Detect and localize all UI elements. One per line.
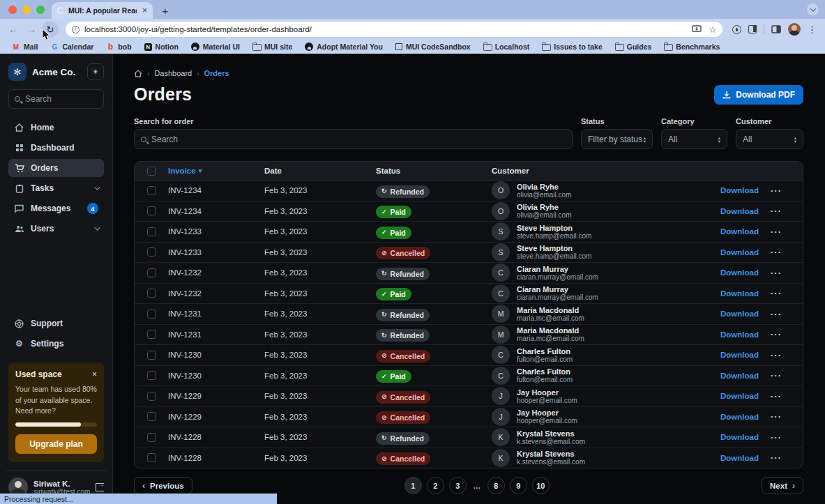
- bookmark-item[interactable]: Issues to take: [537, 41, 607, 52]
- row-menu-button[interactable]: ···: [771, 206, 803, 216]
- row-menu-button[interactable]: ···: [771, 370, 803, 381]
- row-menu-button[interactable]: ···: [771, 185, 803, 196]
- table-row[interactable]: INV-1228 Feb 3, 2023 Cancelled K Krystal…: [135, 448, 803, 468]
- column-invoice[interactable]: Invoice▾: [168, 167, 264, 175]
- page-number-button[interactable]: 10: [532, 477, 550, 494]
- page-number-button[interactable]: 1: [404, 477, 422, 494]
- row-checkbox[interactable]: [147, 330, 156, 339]
- table-row[interactable]: INV-1231 Feb 3, 2023 Refunded M Maria Ma…: [135, 325, 803, 346]
- download-link[interactable]: Download: [720, 227, 771, 236]
- table-row[interactable]: INV-1230 Feb 3, 2023 Cancelled C Charles…: [135, 345, 803, 366]
- download-link[interactable]: Download: [720, 392, 771, 400]
- row-checkbox[interactable]: [147, 412, 156, 421]
- download-pdf-button[interactable]: Download PDF: [714, 85, 803, 105]
- row-checkbox[interactable]: [147, 310, 156, 319]
- sidebar-item-home[interactable]: Home: [8, 119, 104, 137]
- breadcrumb-dashboard[interactable]: Dashboard: [154, 69, 192, 77]
- bookmark-item[interactable]: Localhost: [478, 41, 535, 52]
- row-menu-button[interactable]: ···: [771, 411, 803, 422]
- bookmark-item[interactable]: MUI site: [248, 41, 297, 52]
- sidebar-search-input[interactable]: [25, 94, 98, 104]
- page-number-button[interactable]: 9: [510, 477, 527, 494]
- download-link[interactable]: Download: [720, 207, 771, 215]
- order-search-input[interactable]: [151, 135, 566, 144]
- new-tab-button[interactable]: +: [157, 2, 174, 19]
- select-all-checkbox[interactable]: [147, 167, 156, 176]
- sidebar-item-tasks[interactable]: Tasks: [8, 179, 104, 197]
- row-checkbox[interactable]: [147, 186, 156, 195]
- row-menu-button[interactable]: ···: [771, 452, 803, 463]
- table-row[interactable]: INV-1229 Feb 3, 2023 Cancelled J Jay Hoo…: [135, 386, 803, 407]
- logout-icon[interactable]: [96, 483, 104, 491]
- table-row[interactable]: INV-1229 Feb 3, 2023 Cancelled J Jay Hoo…: [135, 407, 803, 428]
- tab-close-icon[interactable]: ×: [141, 6, 149, 15]
- customer-filter-select[interactable]: All ▴▾: [736, 129, 803, 149]
- page-number-button[interactable]: 8: [487, 477, 505, 494]
- download-link[interactable]: Download: [720, 351, 771, 359]
- url-text[interactable]: localhost:3000/joy-ui/getting-started/te…: [84, 25, 687, 33]
- row-menu-button[interactable]: ···: [771, 247, 803, 257]
- download-link[interactable]: Download: [720, 310, 771, 318]
- row-checkbox[interactable]: [147, 227, 156, 236]
- download-link[interactable]: Download: [720, 372, 771, 380]
- row-menu-button[interactable]: ···: [771, 288, 803, 298]
- row-menu-button[interactable]: ···: [771, 227, 803, 237]
- download-link[interactable]: Download: [720, 433, 771, 441]
- site-info-icon[interactable]: [72, 26, 80, 33]
- sidebar-item-dashboard[interactable]: Dashboard: [8, 139, 104, 157]
- row-menu-button[interactable]: ···: [771, 309, 803, 319]
- previous-page-button[interactable]: ‹ Previous: [134, 477, 192, 494]
- table-row[interactable]: INV-1232 Feb 3, 2023 Refunded C Ciaran M…: [135, 263, 803, 284]
- minimize-window-button[interactable]: [22, 6, 31, 14]
- page-number-button[interactable]: …: [471, 477, 483, 494]
- order-search-field[interactable]: [134, 129, 573, 149]
- sidebar-item-support[interactable]: Support: [8, 314, 104, 333]
- close-icon[interactable]: ×: [92, 369, 97, 379]
- row-checkbox[interactable]: [147, 268, 156, 277]
- download-link[interactable]: Download: [720, 248, 771, 257]
- home-icon[interactable]: [134, 70, 142, 77]
- browser-tab[interactable]: MUI: A popular React UI fram ×: [52, 2, 153, 19]
- table-row[interactable]: INV-1232 Feb 3, 2023 Paid C Ciaran Murra…: [135, 284, 803, 305]
- bookmark-item[interactable]: Mail: [7, 41, 43, 52]
- zoom-window-button[interactable]: [36, 6, 45, 14]
- row-menu-button[interactable]: ···: [771, 391, 803, 402]
- row-checkbox[interactable]: [147, 206, 156, 215]
- bookmark-item[interactable]: MUI CodeSandbox: [391, 41, 476, 52]
- row-checkbox[interactable]: [147, 433, 156, 442]
- table-row[interactable]: INV-1228 Feb 3, 2023 Refunded K Krystal …: [135, 427, 803, 448]
- sidebar-item-users[interactable]: Users: [8, 220, 104, 238]
- table-row[interactable]: INV-1233 Feb 3, 2023 Paid S Steve Hampto…: [135, 222, 803, 243]
- bookmark-item[interactable]: bob: [101, 41, 136, 52]
- row-checkbox[interactable]: [147, 289, 156, 298]
- extensions-icon[interactable]: [748, 25, 757, 33]
- download-link[interactable]: Download: [720, 330, 771, 339]
- color-scheme-toggle[interactable]: ☀: [87, 63, 104, 80]
- install-icon[interactable]: [692, 25, 702, 33]
- row-menu-button[interactable]: ···: [771, 329, 803, 339]
- row-checkbox[interactable]: [147, 351, 156, 360]
- row-checkbox[interactable]: [147, 247, 156, 257]
- table-row[interactable]: INV-1233 Feb 3, 2023 Cancelled S Steve H…: [135, 243, 803, 264]
- row-checkbox[interactable]: [147, 453, 156, 462]
- download-link[interactable]: Download: [720, 454, 771, 462]
- table-row[interactable]: INV-1234 Feb 3, 2023 Paid O Olivia Ryhe …: [135, 201, 803, 222]
- password-manager-icon[interactable]: [732, 25, 741, 34]
- sidebar-item-messages[interactable]: Messages 4: [8, 199, 104, 217]
- table-row[interactable]: INV-1231 Feb 3, 2023 Refunded M Maria Ma…: [135, 304, 803, 325]
- forward-button[interactable]: →: [24, 24, 39, 35]
- download-link[interactable]: Download: [720, 268, 771, 277]
- bookmark-item[interactable]: Notion: [139, 41, 183, 52]
- sidebar-item-settings[interactable]: ⚙ Settings: [8, 335, 104, 353]
- category-filter-select[interactable]: All ▴▾: [661, 129, 727, 149]
- row-menu-button[interactable]: ···: [771, 350, 803, 360]
- download-link[interactable]: Download: [720, 289, 771, 298]
- row-menu-button[interactable]: ···: [771, 432, 803, 443]
- row-checkbox[interactable]: [147, 392, 156, 401]
- table-row[interactable]: INV-1234 Feb 3, 2023 Refunded O Olivia R…: [135, 181, 803, 201]
- bookmark-star-icon[interactable]: ☆: [709, 24, 717, 35]
- sidebar-item-orders[interactable]: Orders: [8, 159, 104, 177]
- row-checkbox[interactable]: [147, 371, 156, 380]
- bookmark-item[interactable]: Calendar: [45, 41, 98, 52]
- side-panel-icon[interactable]: [771, 25, 781, 33]
